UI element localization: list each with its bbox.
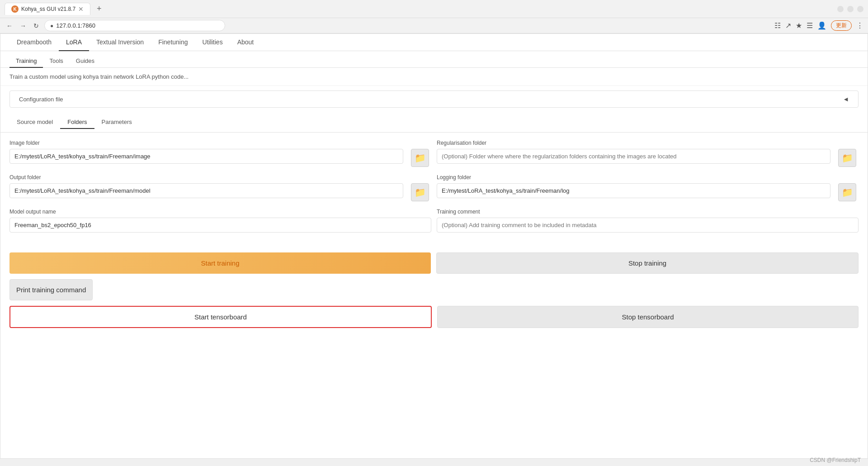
new-tab-button[interactable]: + (94, 4, 104, 14)
tensorboard-buttons-row: Start tensorboard Stop tensorboard (9, 306, 859, 328)
section-tab-parameters[interactable]: Parameters (94, 116, 139, 129)
image-folder-label: Image folder (9, 140, 403, 146)
start-training-button[interactable]: Start training (9, 252, 431, 274)
address-bar[interactable]: ● 127.0.0.1:7860 (44, 20, 225, 31)
stop-training-button[interactable]: Stop training (436, 252, 859, 274)
nav-tab-lora[interactable]: LoRA (59, 34, 89, 51)
sub-tab-guides[interactable]: Guides (70, 55, 101, 68)
section-tabs: Source model Folders Parameters (0, 112, 868, 133)
config-bar-arrow: ◄ (843, 95, 849, 103)
lock-icon: ● (50, 23, 53, 29)
app-content: Dreambooth LoRA Textual Inversion Finetu… (0, 33, 868, 459)
browser-tab[interactable]: K Kohya_ss GUI v21.8.7 ✕ (5, 3, 90, 15)
translate-icon[interactable]: ☷ (774, 21, 781, 30)
output-folder-input[interactable] (9, 183, 403, 198)
tab-close-button[interactable]: ✕ (78, 5, 84, 13)
nav-tab-about[interactable]: About (230, 34, 261, 51)
tab-title: Kohya_ss GUI v21.8.7 (21, 6, 75, 12)
row-output-logging: Output folder 📁 Logging folder 📁 (9, 174, 859, 201)
form-content: Image folder 📁 Regularisation folder 📁 O… (0, 133, 868, 247)
favicon: K (11, 5, 19, 13)
browser-actions: ☷ ↗ ★ ☰ 👤 更新 ⋮ (774, 20, 863, 31)
section-tab-folders[interactable]: Folders (60, 116, 94, 129)
back-button[interactable]: ← (5, 20, 14, 31)
profile-icon[interactable]: 👤 (817, 21, 826, 30)
training-buttons-row: Start training Stop training (9, 252, 859, 274)
row-image-regularisation: Image folder 📁 Regularisation folder 📁 (9, 140, 859, 167)
maximize-button[interactable] (847, 6, 854, 12)
minimize-button[interactable] (837, 6, 844, 12)
config-bar[interactable]: Configuration file ◄ (9, 90, 859, 108)
training-comment-label: Training comment (437, 209, 859, 215)
training-comment-group: Training comment (437, 209, 859, 233)
nav-tab-utilities[interactable]: Utilities (195, 34, 230, 51)
model-output-name-group: Model output name (9, 209, 431, 233)
start-tensorboard-button[interactable]: Start tensorboard (9, 306, 432, 328)
share-icon[interactable]: ↗ (785, 21, 791, 30)
sub-nav: Training Tools Guides (0, 51, 868, 68)
image-folder-input[interactable] (9, 149, 403, 164)
output-folder-btn-col: 📁 (409, 174, 431, 201)
regularisation-folder-label: Regularisation folder (437, 140, 830, 146)
browser-addressbar: ← → ↻ ● 127.0.0.1:7860 ☷ ↗ ★ ☰ 👤 更新 ⋮ (0, 18, 868, 33)
forward-button[interactable]: → (18, 20, 28, 31)
menu-icon[interactable]: ⋮ (856, 21, 863, 30)
row-model-comment: Model output name Training comment (9, 209, 859, 233)
nav-tab-textual-inversion[interactable]: Textual Inversion (89, 34, 151, 51)
address-text: 127.0.0.1:7860 (56, 22, 95, 29)
image-folder-btn-col: 📁 (409, 140, 431, 167)
logging-folder-browse-button[interactable]: 📁 (838, 183, 856, 201)
close-button[interactable] (857, 6, 863, 12)
logging-folder-group: Logging folder (437, 174, 830, 198)
window-controls (837, 6, 863, 12)
sidebar-icon[interactable]: ☰ (807, 21, 813, 30)
sub-tab-tools[interactable]: Tools (43, 55, 69, 68)
update-button[interactable]: 更新 (831, 20, 852, 31)
browser-titlebar: K Kohya_ss GUI v21.8.7 ✕ + (0, 0, 868, 18)
main-nav: Dreambooth LoRA Textual Inversion Finetu… (0, 34, 868, 51)
reload-button[interactable]: ↻ (32, 20, 41, 31)
logging-folder-btn-col: 📁 (836, 174, 859, 201)
model-output-name-label: Model output name (9, 209, 431, 215)
training-comment-input[interactable] (437, 218, 859, 233)
sub-tab-training[interactable]: Training (9, 55, 43, 68)
output-folder-browse-button[interactable]: 📁 (411, 183, 429, 201)
regularisation-folder-group: Regularisation folder (437, 140, 830, 164)
regularisation-folder-browse-button[interactable]: 📁 (838, 149, 856, 167)
config-bar-label: Configuration file (19, 96, 63, 103)
section-tab-source-model[interactable]: Source model (9, 116, 60, 129)
image-folder-group: Image folder (9, 140, 403, 164)
regularisation-folder-input[interactable] (437, 149, 830, 164)
nav-tab-dreambooth[interactable]: Dreambooth (9, 34, 59, 51)
image-folder-browse-button[interactable]: 📁 (411, 149, 429, 167)
output-folder-label: Output folder (9, 174, 403, 181)
nav-tab-finetuning[interactable]: Finetuning (151, 34, 195, 51)
browser-chrome: K Kohya_ss GUI v21.8.7 ✕ + ← → ↻ ● 127.0… (0, 0, 868, 33)
output-folder-group: Output folder (9, 174, 403, 198)
model-output-name-input[interactable] (9, 218, 431, 233)
logging-folder-label: Logging folder (437, 174, 830, 181)
bookmark-icon[interactable]: ★ (796, 21, 802, 30)
logging-folder-input[interactable] (437, 183, 830, 198)
print-training-command-button[interactable]: Print training command (9, 279, 93, 300)
footer-watermark: CSDN @FriendshipT (810, 457, 861, 459)
stop-tensorboard-button[interactable]: Stop tensorboard (437, 306, 859, 328)
regularisation-folder-btn-col: 📁 (836, 140, 859, 167)
description: Train a custom model using kohya train n… (0, 68, 868, 86)
